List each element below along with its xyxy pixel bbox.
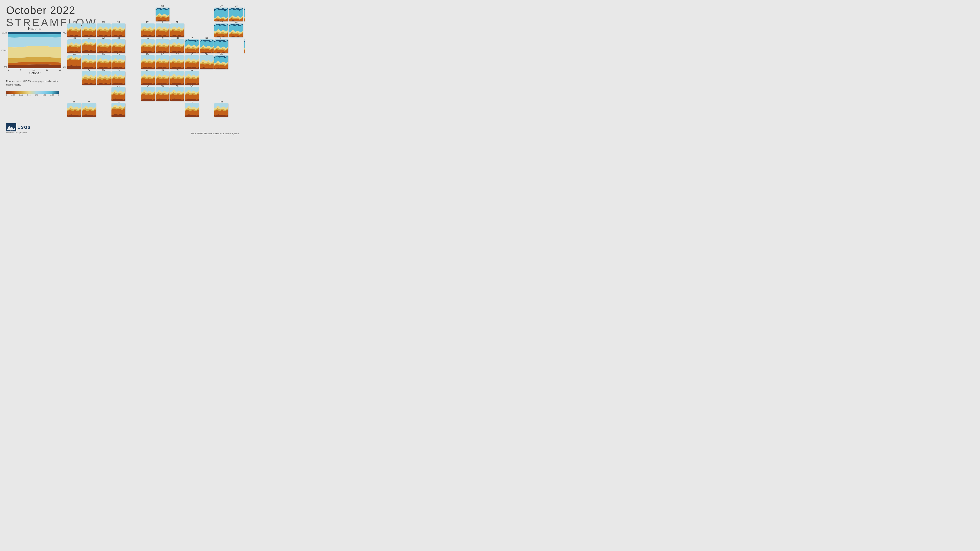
state-chart-MO [141, 55, 155, 69]
map-container: WIVTNHMEWAIDMTNDMNILMINYMAORNVWYSDIAINOH… [67, 2, 244, 132]
state-chart-svg-WY [97, 40, 111, 53]
description: Flow percentile at USGS streamgages rela… [6, 79, 63, 86]
state-chart-TX [111, 103, 126, 117]
state-tile-MT: MT [97, 21, 111, 37]
state-label-PR: PR [220, 101, 223, 103]
state-label-TX: TX [117, 101, 120, 103]
state-label-NJ: NJ [205, 37, 208, 39]
state-label-AK: AK [88, 101, 90, 103]
state-chart-svg-MA [229, 24, 243, 37]
state-chart-WA [67, 24, 81, 37]
state-chart-CT [215, 40, 228, 53]
chart-label-0pct: 0% [4, 66, 7, 68]
state-chart-ND [111, 24, 126, 37]
state-chart-VA [185, 55, 199, 69]
state-tile-PA: PA [185, 37, 199, 53]
state-chart-svg-KS [111, 71, 126, 85]
cb-095: 0.95 [51, 94, 54, 96]
state-tile-NV: NV [82, 37, 96, 53]
state-label-NH: NH [235, 5, 237, 7]
color-bar [6, 91, 59, 94]
state-chart-VT [215, 8, 228, 21]
state-label-FL: FL [191, 101, 193, 103]
chart-label-100pct: 100% [2, 32, 7, 34]
x-label-15: 15 [32, 69, 35, 71]
state-chart-svg-MN [141, 24, 155, 37]
state-tile-VT: VT [215, 5, 228, 21]
x-label-1: 1 [8, 69, 10, 71]
state-tile-RI: RI [244, 37, 245, 53]
state-tile-OR: OR [67, 37, 81, 53]
state-tile-MS: MS [156, 85, 169, 101]
chart-label-dry: Dry [63, 66, 66, 68]
state-label-WA: WA [73, 21, 76, 23]
state-chart-svg-AR [141, 71, 155, 85]
state-chart-svg-TX [111, 103, 126, 117]
state-chart-MI [170, 24, 184, 37]
chart-x-labels: 1 8 15 22 29 [8, 69, 61, 71]
state-label-NE: NE [117, 53, 120, 55]
state-chart-AR [141, 71, 155, 85]
state-chart-svg-TN [156, 71, 169, 85]
state-tile-FL: FL [185, 101, 199, 117]
color-bar-labels: 0 0.05 0.10 0.25 0.75 0.90 0.95 1 [6, 94, 59, 96]
state-chart-NJ [200, 40, 213, 53]
state-chart-svg-GA [185, 87, 199, 101]
state-label-HI: HI [73, 101, 75, 103]
state-tile-AK: AK [82, 101, 96, 117]
state-tile-KS: KS [111, 69, 126, 85]
cb-0: 0 [6, 94, 7, 96]
usgs-tagline: science for a changing world [6, 132, 27, 134]
state-tile-ID: ID [82, 21, 96, 37]
state-tile-NC: NC [170, 69, 184, 85]
state-label-CA: CA [73, 53, 76, 55]
state-chart-NM [97, 71, 111, 85]
state-label-VT: VT [220, 5, 223, 7]
state-tile-LA: LA [141, 85, 155, 101]
usgs-emblem: USGS USGS [6, 123, 31, 132]
state-chart-svg-ME [244, 8, 245, 21]
state-label-NV: NV [88, 37, 91, 39]
state-tile-MA: MA [229, 21, 243, 37]
state-tile-NY: NY [215, 21, 228, 37]
state-tile-WA: WA [67, 21, 81, 37]
state-chart-svg-NV [82, 40, 96, 53]
state-label-MI: MI [176, 21, 178, 23]
state-tile-WY: WY [97, 37, 111, 53]
state-label-MD: MD [205, 53, 208, 55]
state-chart-SC [185, 71, 199, 85]
state-chart-ID [82, 24, 96, 37]
state-chart-IN [156, 40, 169, 53]
state-chart-LA [141, 87, 155, 101]
state-tile-GA: GA [185, 85, 199, 101]
state-label-ND: ND [117, 21, 120, 23]
national-chart-svg [8, 32, 61, 68]
state-chart-AZ [82, 71, 96, 85]
state-chart-CO [97, 55, 111, 69]
state-label-MS: MS [161, 85, 164, 87]
svg-text:USGS: USGS [10, 130, 13, 131]
state-chart-MS [156, 87, 169, 101]
cb-025: 0.25 [27, 94, 30, 96]
state-chart-svg-NE [111, 55, 126, 69]
state-chart-svg-MI [170, 24, 184, 37]
state-label-MO: MO [146, 53, 150, 55]
state-label-LA: LA [146, 85, 149, 87]
state-chart-HI [67, 103, 81, 117]
state-tile-SC: SC [185, 69, 199, 85]
state-tile-MN: MN [141, 21, 155, 37]
state-label-AZ: AZ [88, 69, 91, 71]
state-label-IN: IN [162, 37, 164, 39]
cb-010: 0.10 [19, 94, 23, 96]
state-chart-OH [170, 40, 184, 53]
chart-title: National [6, 27, 63, 31]
state-tile-OH: OH [170, 37, 184, 53]
data-source: Data: USGS National Water Information Sy… [191, 132, 239, 135]
state-label-GA: GA [191, 85, 193, 87]
state-chart-MT [97, 24, 111, 37]
state-chart-MD [200, 55, 213, 69]
state-label-ID: ID [88, 21, 90, 23]
cb-1: 1 [58, 94, 59, 96]
national-chart-section: National 100% gages 0% Wet Dry 1 8 15 22… [6, 27, 63, 75]
state-chart-svg-MD [200, 55, 213, 69]
